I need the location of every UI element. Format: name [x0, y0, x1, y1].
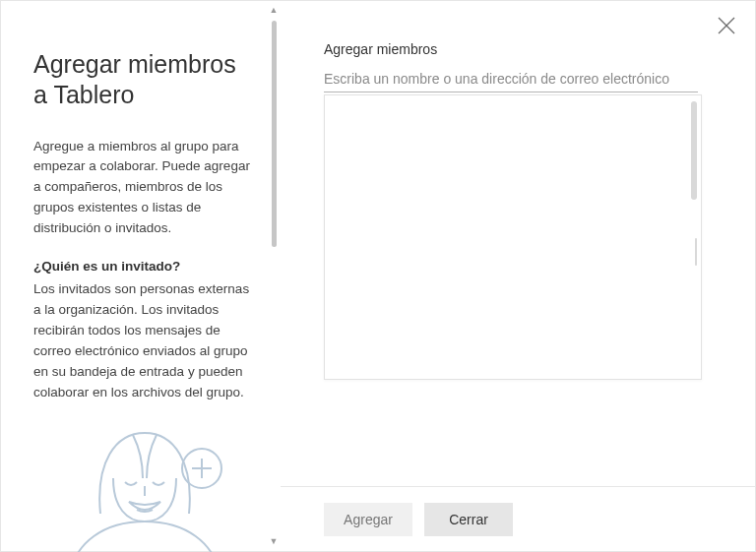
dialog-footer: Agregar Cerrar [281, 486, 756, 552]
close-button[interactable]: Cerrar [424, 503, 513, 536]
members-section-label: Agregar miembros [324, 41, 713, 57]
input-underline [324, 92, 698, 92]
info-sidebar: Agregar miembros a Tablero Agregue a mie… [0, 0, 281, 552]
add-members-dialog: Agregar miembros a Tablero Agregue a mie… [0, 0, 756, 552]
dropdown-scroll-marker [695, 238, 697, 266]
dialog-title: Agregar miembros a Tablero [33, 49, 255, 111]
illustration-add-person [33, 423, 255, 552]
sidebar-scrollbar[interactable]: ▲ ▼ [267, 0, 281, 552]
scroll-track[interactable] [272, 15, 277, 537]
scroll-thumb[interactable] [272, 21, 277, 247]
close-icon[interactable] [715, 14, 738, 37]
info-sidebar-scroll: Agregar miembros a Tablero Agregue a mie… [33, 12, 255, 552]
scroll-up-icon[interactable]: ▲ [270, 6, 279, 15]
suggestions-dropdown[interactable] [324, 94, 702, 380]
scroll-down-icon[interactable]: ▼ [270, 537, 279, 546]
dropdown-scroll-thumb[interactable] [691, 101, 697, 200]
members-input[interactable] [324, 69, 713, 89]
add-button[interactable]: Agregar [324, 503, 412, 536]
guest-heading: ¿Quién es un invitado? [33, 259, 255, 274]
guest-description: Los invitados son personas externas a la… [33, 279, 255, 403]
form-pane: Agregar miembros Agregar Cerrar [281, 0, 756, 552]
dialog-description: Agregue a miembros al grupo para empezar… [33, 137, 255, 240]
form-body: Agregar miembros [281, 0, 756, 486]
